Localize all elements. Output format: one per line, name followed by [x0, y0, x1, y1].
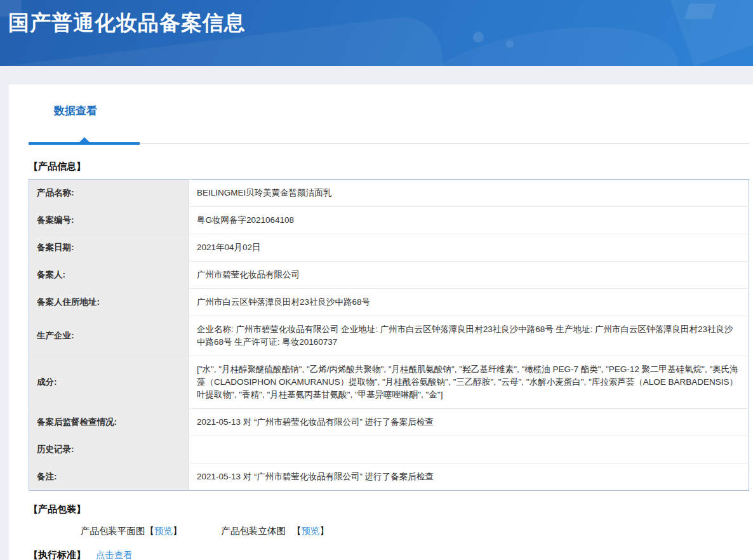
packaging-flat-label: 产品包装平面图 — [81, 526, 145, 536]
row-value: ["水", "月桂醇聚醚硫酸酯钠", "乙烯/丙烯酸共聚物", "月桂酰肌氨酸钠… — [189, 356, 749, 409]
packaging-stereo-label: 产品包装立体图 — [222, 526, 289, 536]
flat-preview-link[interactable]: 预览 — [154, 526, 173, 536]
standard-link[interactable]: 点击查看 — [96, 550, 133, 560]
tab-data-view[interactable]: 数据查看 — [54, 102, 97, 118]
row-label: 产品名称: — [29, 180, 189, 207]
packaging-stereo-item: 产品包装立体图 【预览】 — [222, 526, 330, 536]
row-label: 备案人住所地址: — [29, 289, 189, 316]
table-row: 备注: 2021-05-13 对 “广州市碧莹化妆品有限公司” 进行了备案后检查 — [29, 463, 749, 491]
row-value: 粤G妆网备字2021064108 — [189, 207, 749, 234]
bracket-close: 】 — [320, 526, 330, 536]
row-label: 备案后监督检查情况: — [29, 409, 189, 436]
table-row: 备案人: 广州市碧莹化妆品有限公司 — [29, 262, 749, 289]
standard-row: 【执行标准】点击查看 — [29, 549, 749, 560]
bracket-open: 【 — [292, 526, 302, 536]
row-label: 成分: — [29, 356, 189, 409]
row-value — [189, 436, 749, 463]
row-value: 企业名称: 广州市碧莹化妆品有限公司 企业地址: 广州市白云区钟落潭良田村23社… — [189, 316, 749, 356]
section-product-info-title: 【产品信息】 — [29, 161, 749, 173]
row-value: BEILINGMEI贝玲美黄金皙颜洁面乳 — [189, 180, 749, 207]
table-row: 备案日期: 2021年04月02日 — [29, 234, 749, 262]
table-row: 备案后监督检查情况: 2021-05-13 对 “广州市碧莹化妆品有限公司” 进… — [29, 409, 749, 436]
header-decoration — [506, 40, 514, 48]
tab-active-indicator-icon — [79, 137, 90, 143]
bracket-close: 】 — [173, 526, 182, 536]
bracket-open: 【 — [145, 526, 155, 536]
stereo-preview-link[interactable]: 预览 — [302, 526, 320, 536]
content-card: 数据查看 【产品信息】 产品名称: BEILINGMEI贝玲美黄金皙颜洁面乳 备… — [9, 84, 753, 560]
page-title: 国产普通化妆品备案信息 — [0, 0, 753, 37]
table-row: 成分: ["水", "月桂醇聚醚硫酸酯钠", "乙烯/丙烯酸共聚物", "月桂酰… — [29, 356, 749, 409]
product-info-table: 产品名称: BEILINGMEI贝玲美黄金皙颜洁面乳 备案编号: 粤G妆网备字2… — [29, 179, 749, 491]
packaging-flat-item: 产品包装平面图【预览】 — [81, 526, 182, 536]
row-value: 广州市碧莹化妆品有限公司 — [189, 262, 749, 289]
row-label: 生产企业: — [29, 316, 189, 356]
table-row: 产品名称: BEILINGMEI贝玲美黄金皙颜洁面乳 — [29, 180, 749, 207]
page-header: 国产普通化妆品备案信息 — [0, 0, 753, 66]
row-label: 备注: — [29, 463, 189, 491]
row-value: 2021-05-13 对 “广州市碧莹化妆品有限公司” 进行了备案后检查 — [189, 409, 749, 436]
row-label: 备案编号: — [29, 207, 189, 234]
row-value: 2021年04月02日 — [189, 234, 749, 262]
section-packaging-title: 【产品包装】 — [29, 503, 749, 516]
row-label: 备案人: — [29, 262, 189, 289]
section-standard-title: 【执行标准】 — [29, 549, 86, 560]
table-row: 历史记录: — [29, 436, 749, 463]
table-row: 备案编号: 粤G妆网备字2021064108 — [29, 207, 749, 234]
row-label: 备案日期: — [29, 234, 189, 262]
row-label: 历史记录: — [29, 436, 189, 463]
table-row: 备案人住所地址: 广州市白云区钟落潭良田村23社良沙中路68号 — [29, 289, 749, 316]
row-value: 2021-05-13 对 “广州市碧莹化妆品有限公司” 进行了备案后检查 — [189, 463, 749, 491]
packaging-links-row: 产品包装平面图【预览】 产品包装立体图 【预览】 — [29, 525, 749, 537]
table-row: 生产企业: 企业名称: 广州市碧莹化妆品有限公司 企业地址: 广州市白云区钟落潭… — [29, 316, 749, 356]
row-value: 广州市白云区钟落潭良田村23社良沙中路68号 — [189, 289, 749, 316]
tab-bar: 数据查看 — [29, 102, 749, 144]
